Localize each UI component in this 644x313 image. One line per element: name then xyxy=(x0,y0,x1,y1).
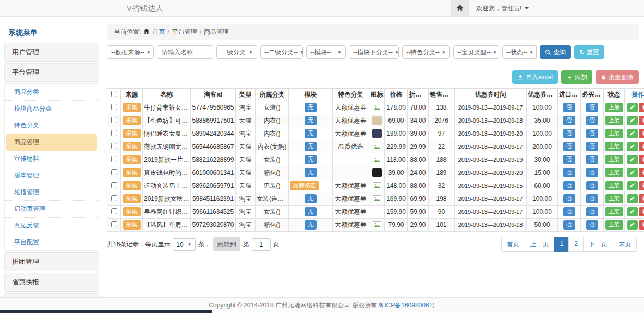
user-menu[interactable]: 欢迎您，管理员! xyxy=(476,4,529,13)
row-checkbox[interactable] xyxy=(111,104,117,110)
status-badge[interactable]: 上架 xyxy=(605,207,623,216)
imported-badge[interactable]: 否 xyxy=(563,207,575,216)
status-badge[interactable]: 上架 xyxy=(605,155,623,164)
imported-badge[interactable]: 否 xyxy=(563,129,575,138)
sidebar-item[interactable]: 平台配置 xyxy=(5,234,99,250)
imported-badge[interactable]: 否 xyxy=(563,168,575,177)
icp-link[interactable]: 粤ICP备16098006号 xyxy=(378,301,435,310)
must-buy-badge[interactable]: 否 xyxy=(586,220,598,229)
breadcrumb-home-link[interactable]: 首页 xyxy=(152,28,165,37)
scrollbar-thumb[interactable] xyxy=(0,310,212,313)
sidebar-item[interactable]: 意见反馈 xyxy=(5,218,99,234)
delete-button[interactable] xyxy=(639,103,644,112)
page-number-input[interactable] xyxy=(252,238,271,251)
status-badge[interactable]: 上架 xyxy=(605,194,623,203)
must-buy-badge[interactable]: 否 xyxy=(586,207,598,216)
page-button[interactable]: 上一页 xyxy=(525,237,555,252)
sidebar-item[interactable]: 特色分类 xyxy=(5,117,99,134)
sidebar-item[interactable]: 商品管理 xyxy=(6,134,97,151)
row-checkbox[interactable] xyxy=(111,156,117,162)
sidebar-item[interactable]: 版本管理 xyxy=(5,167,99,184)
status-badge[interactable]: 上架 xyxy=(605,142,623,151)
jump-button[interactable]: 跳转到 xyxy=(213,237,240,251)
row-checkbox[interactable] xyxy=(111,169,117,175)
must-buy-badge[interactable]: 否 xyxy=(586,155,598,164)
must-buy-badge[interactable]: 否 xyxy=(586,129,598,138)
import-excel-button[interactable]: 导入excel xyxy=(512,70,558,84)
name-input[interactable] xyxy=(157,45,213,59)
module-sub-category-select[interactable]: --模块下分类--▼ xyxy=(349,45,399,59)
imported-badge[interactable]: 否 xyxy=(563,116,575,125)
row-checkbox[interactable] xyxy=(111,208,117,214)
delete-button[interactable] xyxy=(639,129,644,138)
status-badge[interactable]: 上架 xyxy=(605,129,623,138)
page-button[interactable]: 下一页 xyxy=(583,237,613,252)
sidebar-item[interactable]: 轮播管理 xyxy=(5,184,99,201)
row-checkbox[interactable] xyxy=(111,182,117,188)
must-buy-badge[interactable]: 否 xyxy=(586,194,598,203)
page-button[interactable]: 1 xyxy=(554,237,569,252)
sidebar-item[interactable]: 宣传物料 xyxy=(5,151,99,167)
page-button[interactable]: 2 xyxy=(568,237,584,252)
page-button[interactable]: 末页 xyxy=(613,237,637,252)
status-badge[interactable]: 上架 xyxy=(605,181,623,190)
status-badge[interactable]: 上架 xyxy=(605,220,623,229)
delete-button[interactable] xyxy=(639,155,644,164)
edit-button[interactable] xyxy=(627,129,638,138)
data-source-select[interactable]: --数据来源--▼ xyxy=(107,45,154,59)
must-buy-badge[interactable]: 否 xyxy=(586,103,598,112)
status-select[interactable]: --状态--▼ xyxy=(502,45,537,59)
item-type-select[interactable]: --宝贝类型--▼ xyxy=(453,45,499,59)
sidebar-item[interactable]: 商品分类 xyxy=(5,84,99,101)
status-badge[interactable]: 上架 xyxy=(605,168,623,177)
row-checkbox[interactable] xyxy=(111,143,117,149)
delete-button[interactable] xyxy=(639,220,644,230)
delete-button[interactable] xyxy=(639,181,644,190)
edit-button[interactable] xyxy=(627,220,638,230)
reset-button[interactable]: ↻ 重置 xyxy=(574,45,604,59)
must-buy-badge[interactable]: 否 xyxy=(586,168,598,177)
delete-button[interactable] xyxy=(639,168,644,177)
imported-badge[interactable]: 否 xyxy=(563,103,575,112)
level2-category-select[interactable]: --二级分类--▼ xyxy=(260,45,303,59)
sidebar-item[interactable]: 启动页管理 xyxy=(5,201,99,218)
page-button[interactable]: 首页 xyxy=(501,237,525,252)
imported-badge[interactable]: 否 xyxy=(563,194,575,203)
must-buy-badge[interactable]: 否 xyxy=(586,142,598,151)
status-badge[interactable]: 上架 xyxy=(605,103,623,112)
imported-badge[interactable]: 否 xyxy=(563,155,575,164)
imported-badge[interactable]: 否 xyxy=(563,220,575,229)
edit-button[interactable] xyxy=(627,181,638,190)
level1-category-select[interactable]: 一级分类▼ xyxy=(216,45,257,59)
delete-button[interactable] xyxy=(639,207,644,216)
home-button[interactable] xyxy=(451,0,469,17)
module-select[interactable]: --模块--▼ xyxy=(306,45,346,59)
sidebar-group[interactable]: 消息管理 xyxy=(4,293,99,297)
imported-badge[interactable]: 否 xyxy=(563,181,575,190)
sidebar-group[interactable]: 省惠快报 xyxy=(4,273,99,292)
sidebar-group[interactable]: 平台管理 xyxy=(4,63,99,82)
row-checkbox[interactable] xyxy=(111,221,117,227)
edit-button[interactable] xyxy=(627,155,638,164)
delete-button[interactable] xyxy=(639,142,644,151)
batch-delete-button[interactable]: 批量删除 xyxy=(596,70,639,84)
edit-button[interactable] xyxy=(627,103,638,112)
sidebar-item[interactable]: 模块商品分类 xyxy=(5,101,99,117)
must-buy-badge[interactable]: 否 xyxy=(586,116,598,125)
row-checkbox[interactable] xyxy=(111,195,117,201)
imported-badge[interactable]: 否 xyxy=(563,142,575,151)
edit-button[interactable] xyxy=(627,207,638,216)
select-all-checkbox[interactable] xyxy=(111,91,117,97)
add-button[interactable]: ＋ 添加 xyxy=(561,70,592,84)
edit-button[interactable] xyxy=(627,194,638,203)
search-button[interactable]: 查询 xyxy=(540,45,571,59)
page-size-select[interactable]: 10 ▼ xyxy=(173,238,195,251)
must-buy-badge[interactable]: 否 xyxy=(586,181,598,190)
sidebar-group[interactable]: 用户管理 xyxy=(4,43,99,62)
edit-button[interactable] xyxy=(627,142,638,151)
edit-button[interactable] xyxy=(627,168,638,177)
status-badge[interactable]: 上架 xyxy=(605,116,623,125)
delete-button[interactable] xyxy=(639,194,644,203)
feature-category-select[interactable]: --特色分类--▼ xyxy=(402,45,450,59)
edit-button[interactable] xyxy=(627,116,638,125)
